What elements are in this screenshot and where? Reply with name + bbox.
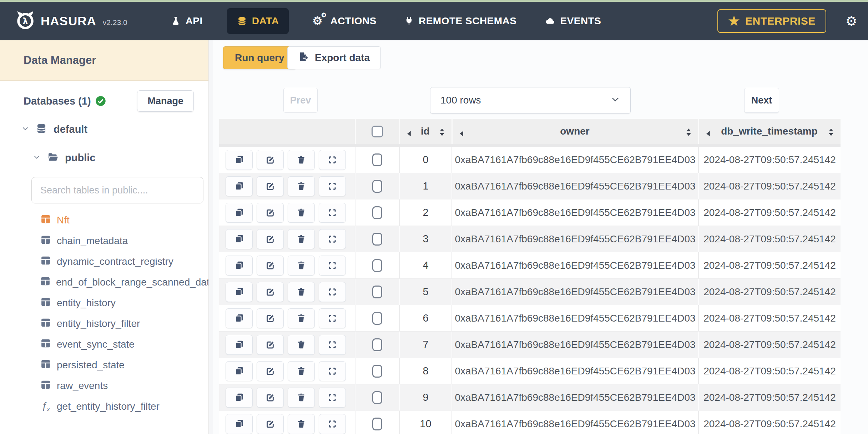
sidebar-table-item[interactable]: ƒx end_of_block_range_scanned_data bbox=[0, 272, 213, 293]
search-tables-input[interactable] bbox=[31, 177, 203, 203]
clone-row-button[interactable] bbox=[226, 176, 253, 196]
delete-row-button[interactable] bbox=[288, 203, 315, 223]
expand-row-button[interactable] bbox=[319, 229, 346, 249]
row-checkbox[interactable] bbox=[372, 259, 382, 272]
clone-row-button[interactable] bbox=[226, 361, 253, 381]
edit-row-button[interactable] bbox=[257, 361, 284, 381]
sidebar-table-item[interactable]: ƒx entity_history_filter bbox=[0, 313, 213, 334]
edit-row-button[interactable] bbox=[257, 282, 284, 302]
sidebar-table-item[interactable]: ƒx persisted_state bbox=[0, 355, 213, 375]
row-checkbox[interactable] bbox=[372, 206, 382, 219]
sidebar-table-item[interactable]: ƒx get_entity_history_filter bbox=[0, 396, 213, 417]
clone-row-button[interactable] bbox=[226, 203, 253, 223]
row-checkbox[interactable] bbox=[372, 391, 382, 404]
sidebar-table-item[interactable]: ƒx raw_events bbox=[0, 375, 213, 396]
rows-per-page-select[interactable]: 100 rows bbox=[430, 87, 631, 113]
next-page-button[interactable]: Next bbox=[744, 88, 779, 113]
delete-row-button[interactable] bbox=[288, 176, 315, 196]
freeze-column-icon[interactable] bbox=[407, 128, 412, 135]
row-checkbox[interactable] bbox=[372, 180, 382, 193]
expand-row-button[interactable] bbox=[319, 308, 346, 328]
delete-row-button[interactable] bbox=[288, 388, 315, 408]
sort-icon[interactable] bbox=[828, 127, 834, 136]
edit-row-button[interactable] bbox=[257, 414, 284, 434]
edit-row-button[interactable] bbox=[257, 203, 284, 223]
edit-row-button[interactable] bbox=[257, 256, 284, 276]
tree-node-database[interactable]: default bbox=[0, 118, 213, 141]
row-checkbox[interactable] bbox=[372, 418, 382, 430]
delete-row-button[interactable] bbox=[288, 335, 315, 355]
sort-icon[interactable] bbox=[686, 127, 692, 136]
row-checkbox[interactable] bbox=[372, 286, 382, 298]
expand-row-button[interactable] bbox=[319, 203, 346, 223]
export-data-button[interactable]: Export data bbox=[287, 46, 381, 69]
edit-row-button[interactable] bbox=[257, 229, 284, 249]
edit-row-button[interactable] bbox=[257, 335, 284, 355]
nav-item-data[interactable]: DATA bbox=[227, 8, 289, 34]
delete-row-button[interactable] bbox=[288, 361, 315, 381]
manage-button[interactable]: Manage bbox=[137, 90, 194, 112]
clone-row-button[interactable] bbox=[226, 150, 253, 170]
edit-row-button[interactable] bbox=[257, 176, 284, 196]
row-checkbox[interactable] bbox=[372, 233, 382, 246]
sidebar-table-item[interactable]: ƒx chain_metadata bbox=[0, 231, 213, 251]
clone-row-button[interactable] bbox=[226, 388, 253, 408]
delete-row-button[interactable] bbox=[288, 414, 315, 434]
expand-row-button[interactable] bbox=[319, 414, 346, 434]
nav-item-events[interactable]: EVENTS bbox=[541, 8, 605, 34]
row-checkbox[interactable] bbox=[372, 365, 382, 378]
expand-row-button[interactable] bbox=[319, 388, 346, 408]
clone-row-button[interactable] bbox=[226, 282, 253, 302]
run-query-button[interactable]: Run query bbox=[223, 46, 296, 69]
expand-row-button[interactable] bbox=[319, 256, 346, 276]
clone-row-button[interactable] bbox=[226, 308, 253, 328]
sidebar-table-item[interactable]: ƒx dynamic_contract_registry bbox=[0, 251, 213, 272]
id-column-header[interactable]: id bbox=[400, 126, 451, 137]
edit-row-button[interactable] bbox=[257, 308, 284, 328]
timestamp-column-header[interactable]: db_write_timestamp bbox=[699, 126, 841, 137]
hasura-logo[interactable]: λ HASURA v2.23.0 bbox=[14, 9, 127, 33]
clone-row-button[interactable] bbox=[226, 414, 253, 434]
tree-node-schema[interactable]: public bbox=[0, 146, 213, 169]
row-checkbox[interactable] bbox=[372, 153, 382, 166]
nav-item-api[interactable]: API bbox=[167, 8, 206, 34]
prev-page-button[interactable]: Prev bbox=[283, 88, 318, 113]
enterprise-button[interactable]: ★ ENTERPRISE bbox=[717, 9, 826, 33]
row-checkbox[interactable] bbox=[372, 338, 382, 351]
expand-row-button[interactable] bbox=[319, 335, 346, 355]
expand-row-button[interactable] bbox=[319, 282, 346, 302]
row-actions-cell bbox=[219, 200, 355, 226]
expand-row-button[interactable] bbox=[319, 361, 346, 381]
expand-row-button[interactable] bbox=[319, 150, 346, 170]
owner-column-header[interactable]: owner bbox=[453, 126, 698, 137]
edit-row-button[interactable] bbox=[257, 150, 284, 170]
expand-row-button[interactable] bbox=[319, 176, 346, 196]
sidebar-table-item[interactable]: ƒx Nft bbox=[0, 210, 213, 231]
settings-gear-icon[interactable]: ⚙ bbox=[846, 14, 857, 29]
row-select-cell bbox=[355, 200, 399, 226]
copy-icon bbox=[234, 393, 244, 402]
edit-icon bbox=[266, 287, 275, 297]
row-checkbox[interactable] bbox=[372, 312, 382, 325]
nav-item-remote-schemas[interactable]: REMOTE SCHEMAS bbox=[401, 8, 520, 34]
clone-row-button[interactable] bbox=[226, 335, 253, 355]
clone-row-button[interactable] bbox=[226, 256, 253, 276]
delete-row-button[interactable] bbox=[288, 308, 315, 328]
delete-row-button[interactable] bbox=[288, 150, 315, 170]
sidebar-table-item[interactable]: ƒx entity_history bbox=[0, 293, 213, 313]
delete-row-button[interactable] bbox=[288, 256, 315, 276]
delete-row-button[interactable] bbox=[288, 282, 315, 302]
delete-row-button[interactable] bbox=[288, 229, 315, 249]
sidebar-table-item[interactable]: ƒx event_sync_state bbox=[0, 334, 213, 355]
edit-row-button[interactable] bbox=[257, 388, 284, 408]
copy-icon bbox=[234, 313, 244, 323]
sort-icon[interactable] bbox=[439, 127, 445, 136]
clone-row-button[interactable] bbox=[226, 229, 253, 249]
sidebar-scrollbar[interactable] bbox=[208, 40, 213, 434]
chevron-down-icon[interactable] bbox=[33, 153, 41, 162]
select-all-checkbox[interactable] bbox=[372, 126, 383, 137]
freeze-column-icon[interactable] bbox=[459, 128, 464, 135]
freeze-column-icon[interactable] bbox=[706, 128, 711, 135]
nav-item-actions[interactable]: ⚙⚙ ACTIONS bbox=[309, 8, 380, 34]
chevron-down-icon[interactable] bbox=[21, 125, 29, 134]
